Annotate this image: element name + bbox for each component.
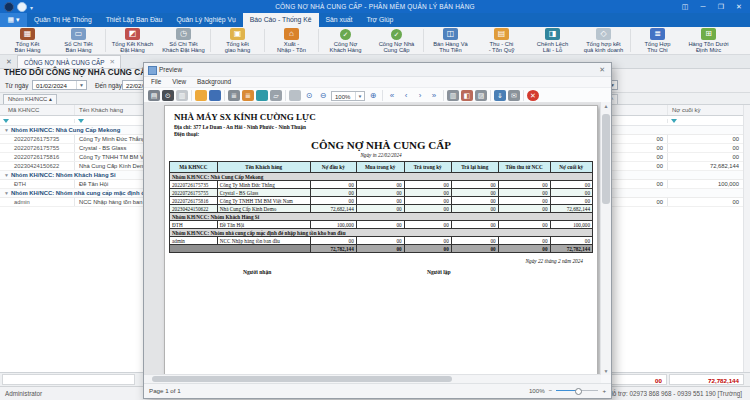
preview-menu-view[interactable]: View	[167, 76, 191, 87]
ribbon-button-label: Hàng Tồn Dưới Định Mức	[688, 41, 728, 54]
ribbon-tab-Quản Trị Hệ Thống[interactable]: Quản Trị Hệ Thống	[27, 13, 99, 27]
group-expand-icon[interactable]: ▼	[4, 172, 9, 178]
app-menu-button[interactable]: ▦ ▾	[0, 13, 27, 27]
page-setup-icon[interactable]	[256, 90, 268, 101]
preview-title-bar[interactable]: Preview ✕	[144, 63, 611, 77]
maximize-button[interactable]: ❐	[712, 0, 730, 13]
scroll-up-icon[interactable]: ▲	[601, 103, 611, 109]
next-page-icon[interactable]: ›	[414, 90, 426, 101]
zoom-in-icon[interactable]: ⊕	[367, 90, 379, 101]
from-date-label: Từ ngày	[5, 82, 28, 89]
save-icon[interactable]	[209, 90, 221, 101]
close-preview-icon[interactable]: ✕	[527, 90, 539, 101]
filter-cell[interactable]	[0, 119, 75, 123]
ribbon-button-orders-ledger[interactable]: ◷Sổ Chi Tiết Khách Đặt Hàng	[158, 27, 209, 54]
scroll-thumb[interactable]	[602, 114, 610, 204]
grid-vertical-scrollbar[interactable]	[743, 105, 750, 372]
cell-no-cuoi-ky: 100,000	[668, 180, 744, 188]
customer-debt-icon: ✓	[340, 29, 351, 40]
multi-page-icon[interactable]: ▥	[447, 90, 459, 101]
zoom-combo[interactable]: 100%▼	[331, 91, 365, 101]
filter-icon[interactable]	[78, 119, 84, 123]
from-date-input[interactable]: 01/02/2024 ▼	[32, 80, 87, 90]
print-icon[interactable]: ≣	[228, 90, 240, 101]
cash-fund-icon: ▤	[494, 28, 509, 40]
prev-page-icon[interactable]: ‹	[400, 90, 412, 101]
report-cell: 20220726175755	[170, 189, 218, 197]
customize-icon[interactable]: ▥	[176, 90, 188, 101]
ribbon-button-orders-summary[interactable]: ◩Tổng Kết Khách Đặt Hàng	[107, 27, 158, 54]
zoom-out-icon[interactable]: −	[549, 387, 553, 394]
watermark-icon[interactable]: ▨	[475, 90, 487, 101]
minimize-button[interactable]: ─	[694, 0, 712, 13]
magnifier-icon[interactable]: ⊙	[303, 90, 315, 101]
ribbon-button-label: Công Nợ Nhà Cung Cấp	[379, 41, 415, 54]
ribbon-tab-Quản Lý Nghiệp Vụ[interactable]: Quản Lý Nghiệp Vụ	[169, 13, 242, 27]
hand-tool-icon[interactable]	[289, 90, 301, 101]
report-data-row: 20220726175735Công Ty Minh Đức Thắng0000…	[170, 181, 593, 189]
report-cell: Công Ty TNHH TM BM Việt Nam	[217, 197, 310, 205]
zoom-out-icon[interactable]: ⊖	[317, 90, 329, 101]
send-email-icon[interactable]: ✉	[508, 90, 520, 101]
page-color-icon[interactable]: ◧	[461, 90, 473, 101]
zoom-slider-handle[interactable]	[575, 388, 582, 395]
scroll-down-icon[interactable]: ▼	[601, 368, 611, 374]
preview-menu-background[interactable]: Background	[192, 76, 236, 87]
open-icon[interactable]	[195, 90, 207, 101]
ribbon-button-sales-cash[interactable]: ◫Bán Hàng Và Thu Tiền	[425, 27, 476, 54]
group-expand-icon[interactable]: ▼	[4, 127, 9, 133]
tab-close-icon[interactable]: ✕	[110, 58, 115, 66]
ribbon-button-income-expense[interactable]: ≣Tổng Hợp Thu Chi	[632, 27, 683, 54]
column-header-no-cuoi-ky[interactable]: Nợ cuối kỳ	[668, 105, 744, 115]
ribbon-button-sales-ledger[interactable]: ▭Sổ Chi Tiết Bán Hàng	[53, 27, 104, 54]
low-stock-icon: ⊞	[701, 28, 716, 40]
preview-menu-file[interactable]: File	[146, 76, 166, 87]
quick-print-icon[interactable]: ≣	[242, 90, 254, 101]
ribbon-tab-Trợ Giúp[interactable]: Trợ Giúp	[359, 13, 400, 27]
ribbon-button-customer-debt[interactable]: ✓Công Nợ Khách Hàng	[320, 27, 371, 54]
report-cell: 00	[310, 189, 356, 197]
ribbon-button-inventory[interactable]: ⌂Xuất - Nhập - Tồn	[266, 27, 317, 54]
document-map-icon[interactable]: ▤	[148, 90, 160, 101]
zoom-percent: 100%	[529, 387, 545, 394]
ribbon-button-supplier-debt[interactable]: ✓Công Nợ Nhà Cung Cấp	[371, 27, 422, 54]
scroll-thumb[interactable]	[152, 376, 452, 382]
to-date-label: Đến ngày	[95, 82, 122, 89]
ribbon-tab-Báo Cáo - Thống Kê[interactable]: Báo Cáo - Thống Kê	[243, 13, 319, 27]
ribbon-button-low-stock[interactable]: ⊞Hàng Tồn Dưới Định Mức	[683, 27, 734, 54]
report-cell: 00	[310, 197, 356, 205]
ribbon-tab-Thiết Lập Ban Đầu[interactable]: Thiết Lập Ban Đầu	[99, 13, 170, 27]
zoom-slider[interactable]	[556, 390, 598, 391]
export-icon[interactable]: ⇓	[494, 90, 506, 101]
filter-cell[interactable]	[668, 119, 744, 123]
from-date-value: 01/02/2024	[36, 82, 67, 89]
scale-icon[interactable]: ▱	[270, 90, 282, 101]
filter-icon[interactable]	[3, 119, 9, 123]
report-data-row: adminNCC Nhập hàng tồn ban đầu0000000000…	[170, 237, 593, 245]
zoom-in-icon[interactable]: +	[602, 387, 606, 394]
ribbon-button-business-result[interactable]: ◇Tổng hợp kết quả kinh doanh	[578, 27, 629, 54]
ribbon-button-profit-loss[interactable]: ◨Chênh Lệch Lãi - Lỗ	[527, 27, 578, 54]
from-date-dropdown-icon[interactable]: ▼	[76, 81, 86, 89]
close-all-tabs-icon[interactable]: ✕	[6, 58, 12, 66]
last-page-icon[interactable]: »	[428, 90, 440, 101]
ribbon-options-icon[interactable]: ◫	[676, 0, 694, 13]
report-cell: 72,682,144	[550, 205, 592, 213]
tab-cong-no-nha-cung-cap[interactable]: CÔNG NỢ NHÀ CUNG CẤP ✕	[17, 55, 121, 68]
close-button[interactable]: ✕	[730, 0, 748, 13]
filter-icon[interactable]	[671, 119, 677, 123]
preview-vertical-scrollbar[interactable]: ▲ ▼	[600, 102, 611, 375]
ribbon-button-sales-summary[interactable]: ▦Tổng Kết Bán Hàng	[2, 27, 53, 54]
find-icon[interactable]: ⊙	[162, 90, 174, 101]
ribbon-separator	[210, 29, 211, 52]
ribbon-button-cash-fund[interactable]: ▤Thu - Chi - Tồn Quỹ	[476, 27, 527, 54]
zoom-combo-dropdown-icon[interactable]: ▼	[355, 92, 364, 100]
column-header-ma-khncc[interactable]: Mã KHNCC	[0, 105, 75, 115]
ribbon-button-delivery-summary[interactable]: ▣Tổng kết giao hàng	[212, 27, 263, 54]
first-page-icon[interactable]: «	[386, 90, 398, 101]
ribbon-button-label: Tổng Kết Khách Đặt Hàng	[112, 41, 154, 54]
group-expand-icon[interactable]: ▼	[4, 190, 9, 196]
cell-ma-khncc: admin	[0, 198, 75, 206]
ribbon-tab-Sản xuất[interactable]: Sản xuất	[319, 13, 360, 27]
preview-close-icon[interactable]: ✕	[599, 66, 605, 74]
